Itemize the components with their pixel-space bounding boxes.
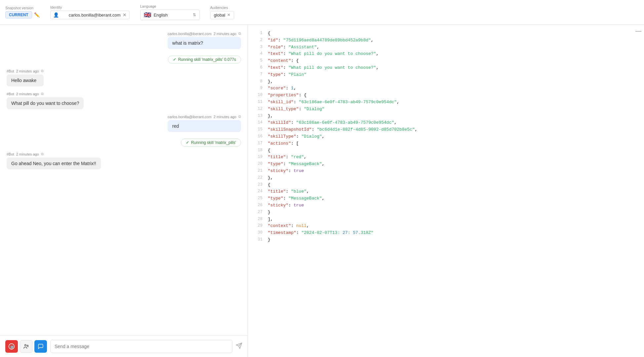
bubble-bot-2: What pill do you want to choose? <box>7 97 84 109</box>
line-code: "context": null, <box>268 223 637 230</box>
line-code: { <box>268 147 637 154</box>
json-line: 7 "type": "Plain" <box>255 71 637 78</box>
line-code: "text": "What pill do you want to choose… <box>268 65 637 71</box>
line-code: { <box>268 182 637 189</box>
bot-message-2: #Bot 2 minutes ago ⧉ What pill do you wa… <box>7 92 84 109</box>
skill-text-2: Running skill 'matrix_pills' <box>191 140 236 145</box>
json-line: 5 "content": { <box>255 58 637 65</box>
line-number: 15 <box>255 126 268 133</box>
audiences-section: Audiencies global ✕ <box>210 6 234 19</box>
audience-tag[interactable]: global ✕ <box>210 11 234 19</box>
bot-message-1: #Bot 2 minutes ago ⧉ Hello awake <box>7 69 44 86</box>
users-icon-button[interactable] <box>20 340 32 353</box>
identity-value: carlos.bonilla@iberant.com <box>69 13 121 18</box>
line-code: "score": 1, <box>268 85 637 92</box>
snapshot-label: Snapshot version <box>5 6 40 10</box>
json-line: 2 "id": "75d1196aed8a44789de89bbd452a9b8… <box>255 37 637 44</box>
line-code: "skillId": "63c186ae-6e0f-4783-ab49-7579… <box>268 119 637 126</box>
language-select[interactable]: 🇬🇧 English ⇅ <box>140 10 200 20</box>
edit-snapshot-button[interactable]: ✏️ <box>34 12 40 18</box>
line-code: }, <box>268 78 637 85</box>
line-code: "id": "75d1196aed8a44789de89bbd452a9b8d"… <box>268 37 637 44</box>
message-meta-user-1: carlos.bonilla@iberant.com 2 minutes ago… <box>168 31 241 36</box>
line-number: 21 <box>255 168 268 175</box>
line-code: "timestamp": "2024-02-07T13: 27: 57.318Z… <box>268 230 637 237</box>
sender-user-1: carlos.bonilla@iberant.com <box>168 32 212 36</box>
line-number: 24 <box>255 188 268 195</box>
json-line: 16 "skillType": "Dialog", <box>255 133 637 140</box>
json-line: 22 }, <box>255 175 637 182</box>
json-line: 26 "sticky": true <box>255 202 637 209</box>
copy-icon-user-2[interactable]: ⧉ <box>238 114 241 119</box>
json-container: 1{2 "id": "75d1196aed8a44789de89bbd452a9… <box>255 30 637 244</box>
line-code: ], <box>268 216 637 223</box>
skill-badge-2: ✓ Running skill 'matrix_pills' <box>181 139 241 147</box>
line-code: }, <box>268 175 637 182</box>
time-user-1: 2 minutes ago <box>214 32 236 36</box>
sender-bot-1: #Bot <box>7 69 14 73</box>
user-icon: 👤 <box>53 12 67 18</box>
json-line: 20 "type": "MessageBack", <box>255 161 637 168</box>
line-code: "skillSnapshotId": "bc6d4d1e-882f-4d85-9… <box>268 126 637 133</box>
main-content: carlos.bonilla@iberant.com 2 minutes ago… <box>0 25 644 357</box>
snapshot-section: Snapshot version CURRENT ✏️ <box>5 6 40 19</box>
time-user-2: 2 minutes ago <box>214 115 236 119</box>
line-number: 18 <box>255 147 268 154</box>
check-icon-1: ✓ <box>173 57 176 62</box>
message-meta-bot-3: #Bot 2 minutes ago ⧉ <box>7 152 101 156</box>
skill-badge-wrap-1: ✓ Running skill 'matrix_pills' 0.077s <box>7 54 241 64</box>
json-line: 18 { <box>255 147 637 154</box>
language-section: Language 🇬🇧 English ⇅ <box>140 4 200 20</box>
chat-panel: carlos.bonilla@iberant.com 2 minutes ago… <box>0 25 248 357</box>
line-code: "text": "What pill do you want to choose… <box>268 51 637 58</box>
json-line: 23 { <box>255 182 637 189</box>
json-line: 11 "skill_id": "63c186ae-6e0f-4783-ab49-… <box>255 99 637 106</box>
remove-audience-icon[interactable]: ✕ <box>227 13 230 17</box>
line-number: 27 <box>255 209 268 216</box>
svg-point-3 <box>27 345 28 346</box>
line-number: 30 <box>255 230 268 237</box>
line-code: "title": "red", <box>268 154 637 161</box>
copy-icon-bot-2[interactable]: ⧉ <box>41 92 44 96</box>
line-number: 19 <box>255 154 268 161</box>
json-line: 24 "title": "blue", <box>255 188 637 195</box>
json-line: 6 "text": "What pill do you want to choo… <box>255 65 637 71</box>
chat-input[interactable] <box>50 340 232 353</box>
chat-icon-button[interactable] <box>34 340 47 353</box>
json-line: 25 "type": "MessageBack", <box>255 195 637 202</box>
line-code: "role": "Assistant", <box>268 44 637 51</box>
copy-icon-bot-1[interactable]: ⧉ <box>41 69 44 73</box>
line-code: "type": "Plain" <box>268 71 637 78</box>
line-number: 7 <box>255 71 268 78</box>
line-code: "skill_id": "63c186ae-6e0f-4783-ab49-757… <box>268 99 637 106</box>
language-value: English <box>154 13 190 18</box>
minimize-button[interactable]: — <box>635 27 641 34</box>
user-message-1: carlos.bonilla@iberant.com 2 minutes ago… <box>168 31 241 49</box>
audiences-label: Audiencies <box>210 6 234 10</box>
line-number: 9 <box>255 85 268 92</box>
copy-icon-user-1[interactable]: ⧉ <box>238 31 241 36</box>
json-line: 21 "sticky": true <box>255 168 637 175</box>
line-code: "properties": { <box>268 92 637 99</box>
sender-bot-2: #Bot <box>7 92 14 96</box>
line-number: 26 <box>255 202 268 209</box>
line-code: } <box>268 209 637 216</box>
json-line: 4 "text": "What pill do you want to choo… <box>255 51 637 58</box>
line-number: 31 <box>255 237 268 244</box>
line-number: 4 <box>255 51 268 58</box>
line-number: 20 <box>255 161 268 168</box>
line-number: 12 <box>255 106 268 113</box>
line-code: { <box>268 30 637 37</box>
json-line: 1{ <box>255 30 637 37</box>
copy-icon-bot-3[interactable]: ⧉ <box>41 152 44 156</box>
send-button[interactable] <box>236 342 242 351</box>
line-number: 10 <box>255 92 268 99</box>
identity-field[interactable]: 👤 carlos.bonilla@iberant.com ✕ <box>50 11 130 19</box>
top-bar: Snapshot version CURRENT ✏️ Identity 👤 c… <box>0 0 644 25</box>
json-line: 13 }, <box>255 113 637 120</box>
line-number: 14 <box>255 119 268 126</box>
identity-section: Identity 👤 carlos.bonilla@iberant.com ✕ <box>50 5 130 19</box>
clear-identity-button[interactable]: ✕ <box>123 12 127 18</box>
time-bot-2: 2 minutes ago <box>16 92 39 96</box>
bot-icon-button[interactable]: 🤖 <box>5 340 18 353</box>
